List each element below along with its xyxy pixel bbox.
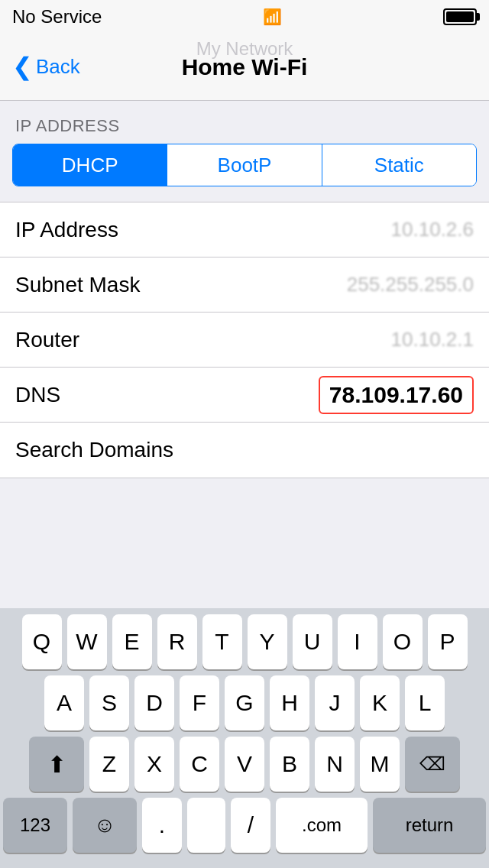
period-key[interactable]: . — [142, 798, 182, 853]
segment-static[interactable]: Static — [322, 144, 476, 186]
table-row[interactable]: DNS 78.109.17.60 — [0, 368, 489, 423]
status-right — [443, 8, 477, 25]
battery-fill — [446, 11, 474, 22]
dotcom-key[interactable]: .com — [276, 798, 368, 853]
key-j[interactable]: J — [315, 675, 355, 730]
key-t[interactable]: T — [202, 614, 242, 669]
subnet-mask-value: 255.255.255.0 — [347, 273, 474, 296]
key-k[interactable]: K — [360, 675, 400, 730]
return-key[interactable]: return — [373, 798, 486, 853]
table-row: Search Domains — [0, 423, 489, 478]
key-z[interactable]: Z — [89, 737, 129, 792]
ip-address-value: 10.10.2.6 — [391, 218, 474, 241]
key-a[interactable]: A — [44, 675, 84, 730]
ip-settings-table: IP Address 10.10.2.6 Subnet Mask 255.255… — [0, 202, 489, 478]
keyboard-row-2: A S D F G H J K L — [0, 669, 489, 730]
section-header: IP ADDRESS — [0, 101, 489, 144]
segment-bootp[interactable]: BootP — [167, 144, 322, 186]
subnet-mask-label: Subnet Mask — [15, 273, 140, 297]
key-u[interactable]: U — [293, 614, 332, 669]
key-x[interactable]: X — [134, 737, 174, 792]
dns-value[interactable]: 78.109.17.60 — [319, 376, 474, 414]
carrier-label: No Service — [12, 6, 102, 28]
key-r[interactable]: R — [157, 614, 197, 669]
key-w[interactable]: W — [67, 614, 107, 669]
router-label: Router — [15, 328, 79, 352]
status-bar: No Service 📶 — [0, 0, 489, 34]
key-y[interactable]: Y — [248, 614, 287, 669]
key-d[interactable]: D — [134, 675, 174, 730]
slash-key[interactable]: / — [231, 798, 270, 853]
key-f[interactable]: F — [180, 675, 219, 730]
keyboard: Q W E R T Y U I O P A S D F G H J K L ⬆ … — [0, 608, 489, 868]
key-b[interactable]: B — [270, 737, 309, 792]
table-row: IP Address 10.10.2.6 — [0, 202, 489, 257]
wifi-icon: 📶 — [263, 8, 282, 26]
shift-key[interactable]: ⬆ — [29, 737, 84, 792]
back-label: Back — [36, 55, 80, 79]
key-s[interactable]: S — [89, 675, 129, 730]
key-h[interactable]: H — [270, 675, 309, 730]
key-m[interactable]: M — [360, 737, 400, 792]
dns-label: DNS — [15, 383, 60, 407]
key-g[interactable]: G — [225, 675, 264, 730]
emoji-key[interactable]: ☺ — [73, 798, 137, 853]
numbers-key[interactable]: 123 — [3, 798, 67, 853]
page-title: Home Wi-Fi — [182, 54, 308, 80]
delete-key[interactable]: ⌫ — [405, 737, 460, 792]
segment-dhcp[interactable]: DHCP — [13, 144, 167, 186]
table-row: Subnet Mask 255.255.255.0 — [0, 257, 489, 313]
key-e[interactable]: E — [112, 614, 152, 669]
nav-bar: My Network ❮ Back Home Wi-Fi — [0, 34, 489, 101]
search-domains-label: Search Domains — [15, 438, 173, 462]
table-row: Router 10.10.2.1 — [0, 313, 489, 368]
key-n[interactable]: N — [315, 737, 355, 792]
key-o[interactable]: O — [383, 614, 423, 669]
key-c[interactable]: C — [180, 737, 219, 792]
router-value: 10.10.2.1 — [391, 328, 474, 351]
space-key[interactable] — [187, 798, 225, 853]
key-l[interactable]: L — [405, 675, 445, 730]
key-i[interactable]: I — [338, 614, 377, 669]
keyboard-bottom-row: 123 ☺ . / .com return — [0, 792, 489, 868]
keyboard-row-3: ⬆ Z X C V B N M ⌫ — [0, 730, 489, 792]
key-q[interactable]: Q — [22, 614, 62, 669]
ip-address-label: IP Address — [15, 218, 118, 242]
key-v[interactable]: V — [225, 737, 264, 792]
keyboard-row-1: Q W E R T Y U I O P — [0, 608, 489, 669]
segmented-control: DHCP BootP Static — [12, 144, 477, 186]
back-button[interactable]: ❮ Back — [12, 55, 80, 79]
battery-icon — [443, 8, 477, 25]
key-p[interactable]: P — [428, 614, 468, 669]
back-chevron-icon: ❮ — [12, 54, 33, 79]
